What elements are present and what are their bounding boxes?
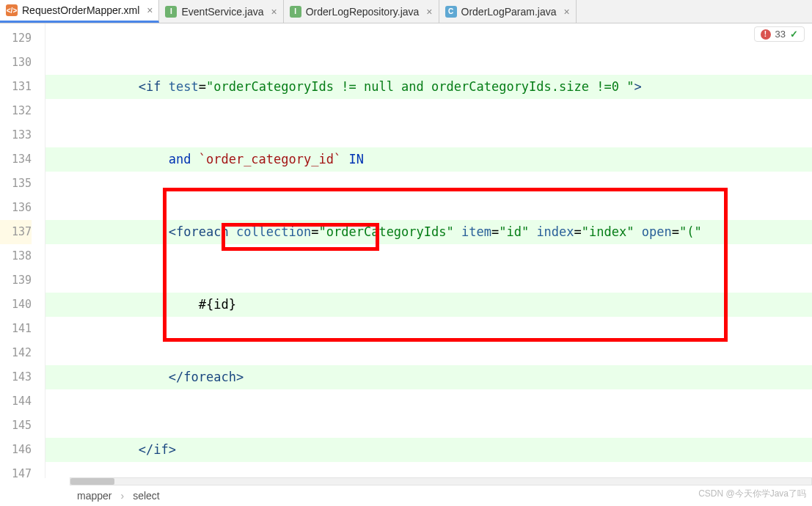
line-number: 142 [0, 341, 32, 365]
line-number: 147 [0, 462, 32, 486]
tab-request-order-mapper[interactable]: </> RequestOrderMapper.xml × [0, 0, 159, 23]
chevron-right-icon: › [120, 490, 124, 502]
tab-label: EventService.java [181, 6, 263, 18]
line-number: 131 [0, 75, 32, 99]
close-icon[interactable]: × [563, 6, 569, 18]
xml-file-icon: </> [6, 4, 18, 16]
tab-label: OrderLogRepository.java [306, 6, 420, 18]
code-editor[interactable]: <if test="orderCategoryIds != null and o… [45, 23, 812, 478]
line-number-gutter: 129 130 131 132 133 134 135 136 137 138 … [0, 23, 45, 478]
scrollbar-thumb[interactable] [70, 478, 114, 485]
tab-order-log-repository[interactable]: I OrderLogRepository.java × [284, 0, 439, 23]
line-number: 144 [0, 389, 32, 414]
line-number: 143 [0, 365, 32, 389]
line-number: 140 [0, 293, 32, 317]
close-icon[interactable]: × [147, 4, 153, 16]
line-number: 145 [0, 414, 32, 438]
line-number: 139 [0, 268, 32, 293]
close-icon[interactable]: × [426, 6, 432, 18]
line-number: 146 [0, 438, 32, 462]
interface-icon: I [165, 6, 177, 18]
editor-area: 129 130 131 132 133 134 135 136 137 138 … [0, 23, 812, 478]
breadcrumb-item[interactable]: mapper [77, 490, 111, 502]
line-number: 129 [0, 26, 32, 51]
line-number: 133 [0, 123, 32, 147]
line-number: 141 [0, 317, 32, 341]
breadcrumb-item[interactable]: select [133, 490, 160, 502]
editor-tabs: </> RequestOrderMapper.xml × I EventServ… [0, 0, 812, 23]
line-number: 132 [0, 99, 32, 123]
tab-event-service[interactable]: I EventService.java × [159, 0, 283, 23]
line-number: 130 [0, 51, 32, 75]
tab-label: RequestOrderMapper.xml [22, 4, 139, 16]
tab-label: OrderLogParam.java [461, 6, 557, 18]
close-icon[interactable]: × [271, 6, 277, 18]
breadcrumb[interactable]: mapper › select [77, 490, 160, 502]
class-icon: C [445, 6, 457, 18]
tab-order-log-param[interactable]: C OrderLogParam.java × [439, 0, 577, 23]
interface-icon: I [290, 6, 301, 18]
line-number: 135 [0, 172, 32, 196]
watermark-text: CSDN @今天你学Java了吗 [698, 488, 806, 500]
annotation-box-outer [163, 188, 728, 342]
line-number: 136 [0, 196, 32, 220]
line-number: 138 [0, 244, 32, 268]
line-number: 137 [0, 220, 32, 244]
line-number: 134 [0, 147, 32, 172]
horizontal-scrollbar[interactable] [70, 477, 812, 485]
